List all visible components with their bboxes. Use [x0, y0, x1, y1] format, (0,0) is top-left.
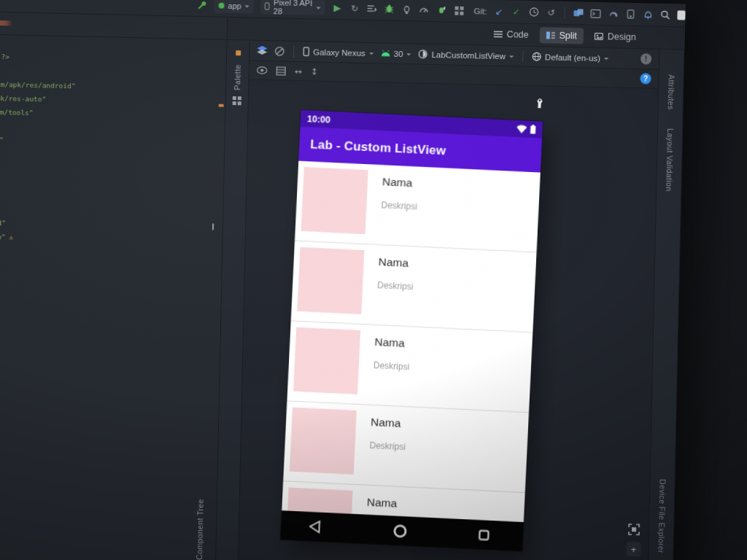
sync-icon[interactable]	[366, 2, 377, 15]
git-update-button[interactable]: ↙	[493, 4, 504, 18]
listview[interactable]: Nama Deskripsi Nama Deskripsi Na	[282, 161, 541, 522]
wrench-icon[interactable]	[535, 98, 545, 109]
view-options-eye-icon[interactable]	[257, 66, 268, 74]
git-history-icon[interactable]	[528, 5, 539, 18]
split-icon	[546, 31, 554, 39]
git-label: Git:	[473, 7, 487, 15]
device-grid-icon[interactable]	[454, 4, 465, 17]
design-canvas[interactable]: 10:00 Lab - Custom ListView	[238, 80, 658, 560]
search-icon[interactable]	[660, 8, 671, 21]
device-selector-label: Galaxy Nexus	[313, 47, 365, 58]
back-icon[interactable]	[309, 520, 322, 534]
main-content: 8"?> com/apk/res/android" apk/res-auto" …	[0, 35, 684, 560]
sidebar-item-device-file-explorer[interactable]: Device File Explorer	[657, 479, 667, 553]
phone-preview[interactable]: 10:00 Lab - Custom ListView	[280, 110, 543, 551]
profiler-icon[interactable]	[419, 3, 430, 16]
run-config-label: app	[228, 1, 241, 9]
item-title: Nama	[382, 175, 419, 190]
device-dropdown[interactable]: Pixel 3 API 28	[260, 0, 326, 15]
recents-icon[interactable]	[479, 529, 490, 541]
chevron-down-icon	[245, 5, 249, 9]
layout-variants-icon[interactable]	[276, 66, 286, 75]
battery-icon	[530, 125, 536, 134]
code-editor[interactable]: 8"?> com/apk/res/android" apk/res-auto" …	[0, 35, 227, 560]
zoom-controls: + −	[626, 524, 642, 560]
xml-code: 8"?> com/apk/res/android" apk/res-auto" …	[0, 35, 227, 249]
warning-icon: ⚠	[9, 233, 13, 241]
zoom-in-button[interactable]: +	[626, 542, 640, 556]
locale-dropdown[interactable]: Default (en-us)	[532, 52, 608, 63]
editor-file-tab[interactable]	[0, 20, 12, 26]
wrench-tool-icon[interactable]	[196, 0, 207, 12]
list-item[interactable]: Nama Deskripsi	[283, 401, 529, 493]
image-placeholder	[290, 408, 357, 475]
notifications-bell-icon[interactable]	[643, 8, 654, 21]
item-subtitle: Deskripsi	[374, 360, 410, 372]
run-button[interactable]: ▶	[332, 1, 343, 14]
design-panel: Galaxy Nexus 30 LabCustomListView	[238, 41, 659, 560]
api-level-label: 30	[394, 49, 403, 58]
code-icon	[494, 31, 503, 38]
apply-code-changes-icon[interactable]	[436, 4, 447, 17]
palette-grid-icon[interactable]	[233, 96, 241, 105]
run-config-status-icon	[218, 2, 224, 8]
item-subtitle: Deskripsi	[377, 280, 414, 292]
gradle-icon[interactable]	[608, 7, 619, 20]
layout-square-icon[interactable]	[678, 10, 686, 20]
tab-split[interactable]: Split	[539, 27, 584, 44]
sidebar-item-layout-validation[interactable]: Layout Validation	[665, 128, 675, 192]
sidebar-item-attributes[interactable]: Attributes	[666, 74, 676, 110]
device-selector-dropdown[interactable]: Galaxy Nexus	[303, 47, 374, 58]
swap-width-icon[interactable]: ↔	[295, 66, 302, 75]
list-item[interactable]: Nama Deskripsi	[291, 241, 537, 333]
issue-badge[interactable]: !	[640, 53, 651, 64]
sidebar-item-palette[interactable]: Palette	[233, 64, 242, 90]
device-manager-icon[interactable]	[625, 7, 636, 20]
chevron-down-icon	[509, 55, 514, 60]
help-badge[interactable]: ?	[640, 73, 651, 84]
terminal-icon[interactable]	[590, 7, 601, 20]
phone-icon	[303, 47, 309, 56]
item-title: Nama	[378, 255, 414, 270]
image-placeholder	[293, 327, 360, 394]
git-rollback-button[interactable]: ↺	[546, 6, 557, 19]
home-icon[interactable]	[392, 524, 407, 538]
layers-icon[interactable]	[257, 46, 267, 55]
sidebar-item-component-tree[interactable]: Component Tree	[195, 499, 205, 560]
globe-icon	[532, 52, 541, 61]
photo-backdrop: app Pixel 3 API 28 ▶ ↻	[0, 0, 747, 560]
debug-icon[interactable]	[384, 2, 395, 15]
design-icon	[595, 33, 603, 40]
apply-changes-button[interactable]: ↻	[349, 1, 360, 15]
swap-height-icon[interactable]: ↕	[311, 67, 318, 76]
wifi-icon	[516, 124, 527, 133]
list-item[interactable]: Nama Deskripsi	[295, 161, 541, 253]
design-surface-icon[interactable]	[274, 46, 285, 56]
list-item[interactable]: Nama Deskripsi	[287, 321, 533, 413]
tab-design-label: Design	[608, 31, 636, 42]
android-icon	[381, 50, 390, 56]
theme-dropdown[interactable]: LabCustomListView	[418, 50, 514, 61]
editor-caret	[212, 223, 214, 230]
tab-design[interactable]: Design	[588, 28, 643, 46]
item-title: Nama	[371, 416, 407, 430]
attach-debugger-icon[interactable]	[401, 3, 412, 16]
device-dropdown-label: Pixel 3 API 28	[274, 0, 314, 16]
item-subtitle: Deskripsi	[381, 200, 417, 211]
toolbar-divider	[565, 7, 565, 18]
locale-label: Default (en-us)	[545, 52, 600, 63]
project-structure-icon[interactable]	[573, 7, 584, 20]
modified-marker	[236, 50, 241, 55]
run-config-dropdown[interactable]: app	[214, 0, 254, 13]
zoom-to-fit-icon[interactable]	[628, 524, 640, 535]
toolbar-divider	[293, 45, 294, 57]
theme-label: LabCustomListView	[431, 50, 506, 60]
theme-icon	[418, 50, 427, 59]
git-commit-button[interactable]: ✓	[511, 5, 522, 18]
chevron-down-icon	[604, 58, 608, 62]
item-title: Nama	[374, 335, 411, 350]
tab-split-label: Split	[559, 31, 577, 42]
toolbar-divider	[522, 50, 523, 62]
tab-code[interactable]: Code	[487, 26, 535, 43]
api-level-dropdown[interactable]: 30	[381, 49, 411, 58]
